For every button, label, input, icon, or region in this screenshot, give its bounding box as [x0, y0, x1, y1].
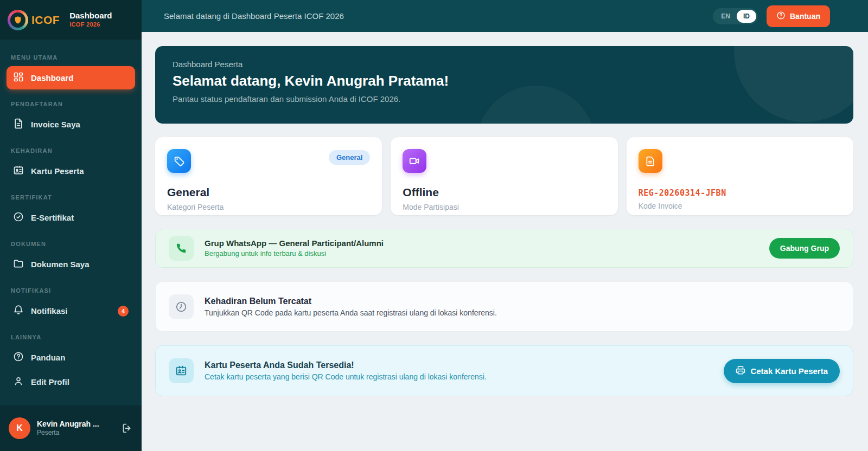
sidebar-item-panduan[interactable]: Panduan	[7, 346, 135, 369]
section-label-menu-utama: MENU UTAMA	[0, 50, 142, 65]
app-subtitle: ICOF 2026	[69, 21, 112, 29]
participation-mode-value: Offline	[403, 186, 605, 199]
sidebar-header: ICOF Dashboard ICOF 2026	[0, 0, 142, 40]
card-ready-banner-text: Kartu Peserta Anda Sudah Tersedia! Cetak…	[205, 359, 487, 382]
invoice-code-label: Kode Invoice	[639, 202, 841, 210]
stat-cards-row: General General Kategori Peserta Offline…	[155, 137, 853, 215]
attendance-banner: Kehadiran Belum Tercatat Tunjukkan QR Co…	[155, 281, 853, 332]
sidebar: ICOF Dashboard ICOF 2026 MENU UTAMA Dash…	[0, 0, 142, 451]
dashboard-icon	[13, 72, 24, 84]
print-card-button[interactable]: Cetak Kartu Peserta	[724, 359, 840, 383]
attendance-banner-text: Kehadiran Belum Tercatat Tunjukkan QR Co…	[205, 295, 497, 318]
invoice-icon	[13, 118, 24, 131]
participation-mode-label: Mode Partisipasi	[403, 203, 605, 211]
badge-card-icon	[169, 358, 194, 383]
icof-logo-emblem	[8, 10, 28, 30]
user-name: Kevin Anugrah ...	[37, 419, 99, 429]
certificate-icon	[13, 211, 24, 224]
welcome-eyebrow: Dashboard Peserta	[173, 60, 836, 69]
invoice-code-value: REG-20260314-JFBN	[639, 188, 841, 198]
tag-icon	[167, 149, 191, 173]
sidebar-item-dashboard[interactable]: Dashboard	[7, 66, 135, 89]
section-label-dokumen: DOKUMEN	[0, 236, 142, 252]
whatsapp-banner: Grup WhatsApp — General Participant/Alum…	[155, 229, 853, 268]
brand-name: ICOF	[31, 14, 60, 27]
main-area: Selamat datang di Dashboard Peserta ICOF…	[142, 0, 868, 451]
content: Dashboard Peserta Selamat datang, Kevin …	[142, 32, 868, 451]
sidebar-item-label: Kartu Peserta	[31, 166, 84, 176]
app-title-block: Dashboard ICOF 2026	[69, 11, 112, 29]
whatsapp-banner-title: Grup WhatsApp — General Participant/Alum…	[205, 237, 384, 249]
id-card-icon	[13, 165, 24, 177]
category-card: General General Kategori Peserta	[155, 137, 382, 215]
attendance-banner-subtitle: Tunjukkan QR Code pada kartu peserta And…	[205, 307, 497, 318]
logout-icon[interactable]	[121, 422, 133, 434]
section-label-kehadiran: KEHADIRAN	[0, 143, 142, 158]
sidebar-user-footer: K Kevin Anugrah ... Peserta	[0, 405, 142, 451]
sidebar-item-label: Edit Profil	[31, 377, 69, 386]
language-option-id[interactable]: ID	[737, 10, 756, 23]
phone-icon	[169, 236, 194, 261]
join-group-button[interactable]: Gabung Grup	[769, 238, 840, 259]
user-meta: Kevin Anugrah ... Peserta	[37, 419, 99, 437]
help-button[interactable]: Bantuan	[767, 5, 830, 27]
invoice-code-card: REG-20260314-JFBN Kode Invoice	[627, 137, 853, 215]
sidebar-item-label: Notifikasi	[31, 306, 68, 315]
category-value: General	[167, 186, 370, 199]
language-option-en[interactable]: EN	[714, 10, 737, 23]
sidebar-item-label: Panduan	[31, 353, 65, 362]
category-badge: General	[329, 150, 370, 165]
shield-icon	[8, 10, 28, 30]
topbar: Selamat datang di Dashboard Peserta ICOF…	[142, 0, 868, 32]
help-icon	[13, 351, 24, 364]
sidebar-item-invoice-saya[interactable]: Invoice Saya	[7, 113, 135, 136]
section-label-lainnya: LAINNYA	[0, 330, 142, 345]
notification-count-badge: 4	[118, 306, 129, 317]
user-role: Peserta	[37, 429, 99, 437]
sidebar-item-label: Invoice Saya	[31, 120, 80, 129]
whatsapp-banner-text: Grup WhatsApp — General Participant/Alum…	[205, 237, 384, 260]
sidebar-item-label: Dokumen Saya	[31, 260, 90, 269]
sidebar-item-e-sertifikat[interactable]: E-Sertifikat	[7, 206, 135, 229]
help-circle-icon	[776, 11, 786, 22]
sidebar-nav: MENU UTAMA Dashboard PENDAFTARAN Invoice…	[0, 40, 142, 405]
section-label-notifikasi: NOTIFIKASI	[0, 283, 142, 298]
welcome-subtitle: Pantau status pendaftaran dan submission…	[173, 94, 836, 104]
attendance-banner-title: Kehadiran Belum Tercatat	[205, 295, 497, 307]
video-icon	[403, 149, 426, 173]
help-button-label: Bantuan	[790, 12, 820, 21]
topbar-title: Selamat datang di Dashboard Peserta ICOF…	[164, 11, 344, 21]
participation-mode-card: Offline Mode Partisipasi	[391, 137, 617, 215]
card-ready-banner: Kartu Peserta Anda Sudah Tersedia! Cetak…	[155, 345, 853, 396]
sidebar-item-kartu-peserta[interactable]: Kartu Peserta	[7, 159, 135, 183]
sidebar-item-label: Dashboard	[31, 73, 73, 82]
topbar-actions: EN ID Bantuan	[713, 5, 830, 27]
sidebar-item-dokumen-saya[interactable]: Dokumen Saya	[7, 253, 135, 276]
welcome-banner: Dashboard Peserta Selamat datang, Kevin …	[155, 46, 853, 124]
bell-icon	[13, 305, 24, 317]
card-ready-banner-title: Kartu Peserta Anda Sudah Tersedia!	[205, 359, 487, 371]
whatsapp-banner-subtitle: Bergabung untuk info terbaru & diskusi	[205, 249, 384, 259]
section-label-sertifikat: SERTIFIKAT	[0, 190, 142, 205]
app-title: Dashboard	[69, 11, 112, 21]
sidebar-item-edit-profil[interactable]: Edit Profil	[7, 370, 135, 394]
sidebar-item-label: E-Sertifikat	[31, 213, 74, 222]
category-label: Kategori Peserta	[167, 203, 370, 211]
file-icon	[639, 149, 662, 173]
print-card-button-label: Cetak Kartu Peserta	[750, 366, 828, 376]
welcome-title: Selamat datang, Kevin Anugrah Pratama!	[173, 73, 836, 89]
language-toggle[interactable]: EN ID	[713, 8, 758, 24]
sidebar-item-notifikasi[interactable]: Notifikasi 4	[7, 299, 135, 323]
user-icon	[13, 376, 24, 388]
printer-icon	[736, 365, 745, 377]
card-ready-banner-subtitle: Cetak kartu peserta yang berisi QR Code …	[205, 371, 487, 382]
clock-icon	[169, 294, 194, 319]
section-label-pendaftaran: PENDAFTARAN	[0, 96, 142, 112]
folder-icon	[13, 258, 24, 270]
avatar: K	[9, 417, 30, 439]
